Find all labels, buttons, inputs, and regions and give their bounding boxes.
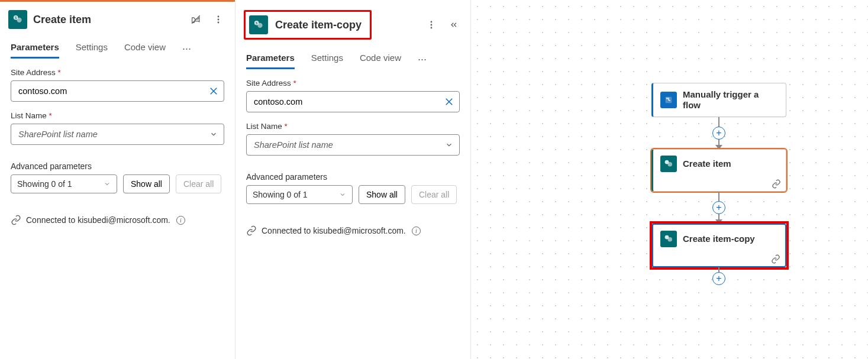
node-create-item[interactable]: Create item [651, 149, 786, 192]
site-address-label-text: Site Address [11, 68, 56, 77]
svg-point-12 [431, 21, 433, 23]
node-trigger-title: Manually trigger a flow [683, 89, 779, 111]
svg-point-24 [668, 237, 673, 242]
svg-point-21 [668, 162, 673, 167]
flow-column: Manually trigger a flow + Create item [651, 83, 786, 287]
panel1-title: Create item [33, 14, 182, 26]
show-all-button[interactable]: Show all [359, 185, 405, 204]
advanced-summary-select[interactable]: Showing 0 of 1 [246, 185, 353, 204]
advanced-label: Advanced parameters [246, 172, 460, 182]
svg-point-13 [431, 24, 433, 26]
svg-point-14 [431, 27, 433, 29]
advanced-summary-text: Showing 0 of 1 [253, 190, 308, 199]
connected-text: Connected to kisubedi@microsoft.com. [26, 215, 170, 225]
tab-parameters[interactable]: Parameters [11, 42, 59, 59]
info-icon[interactable]: i [412, 227, 421, 235]
list-name-label: List Name * [11, 111, 224, 120]
list-name-select[interactable]: SharePoint list name [246, 134, 460, 156]
site-address-input[interactable] [11, 80, 224, 102]
clear-all-button: Clear all [411, 185, 457, 204]
add-step-button[interactable]: + [712, 127, 725, 140]
right-panel: S Create item-copy Parameters Settings C… [235, 0, 471, 359]
connection-info: Connected to kisubedi@microsoft.com. i [235, 204, 470, 236]
svg-point-5 [218, 19, 220, 21]
panel2-header: S Create item-copy [235, 2, 470, 44]
site-address-label: Site Address * [246, 79, 460, 88]
tab-parameters[interactable]: Parameters [246, 53, 295, 69]
advanced-label: Advanced parameters [11, 161, 224, 171]
chevron-down-icon [101, 178, 113, 190]
advanced-summary-text: Showing 0 of 1 [17, 179, 72, 189]
clear-input-icon[interactable] [208, 85, 220, 97]
sharepoint-icon: S [249, 15, 268, 34]
tab-overflow[interactable]: ··· [182, 43, 191, 59]
clear-input-icon[interactable] [443, 96, 455, 108]
node-create-item-copy[interactable]: Create item-copy [651, 224, 786, 267]
svg-line-3 [192, 15, 200, 24]
sharepoint-icon: S [8, 10, 27, 29]
svg-point-1 [17, 18, 21, 22]
left-panel: S Create item Parameters Settings Code v… [0, 0, 235, 359]
link-icon [11, 215, 21, 225]
panel1-more-button[interactable] [210, 11, 227, 28]
panel2-form: Site Address * List Name * SharePoint li… [235, 69, 470, 204]
panel2-more-button[interactable] [423, 17, 440, 33]
advanced-summary-select[interactable]: Showing 0 of 1 [11, 174, 117, 193]
add-step-button[interactable]: + [712, 201, 725, 214]
tab-settings[interactable]: Settings [311, 53, 343, 69]
add-step-button[interactable]: + [712, 272, 725, 285]
link-icon [772, 179, 781, 189]
connected-text: Connected to kisubedi@microsoft.com. [262, 226, 406, 235]
list-name-select[interactable]: SharePoint list name [11, 124, 224, 145]
panel1-header: S Create item [0, 2, 235, 34]
sharepoint-icon [660, 156, 677, 172]
list-name-label-text: List Name [246, 122, 282, 131]
panel2-title: Create item-copy [275, 19, 362, 31]
chevron-down-icon [337, 189, 349, 200]
node-create-item-title: Create item [683, 159, 731, 169]
sharepoint-icon [660, 231, 677, 247]
trigger-icon [660, 92, 677, 108]
flow-canvas[interactable]: Manually trigger a flow + Create item [471, 0, 868, 359]
info-icon[interactable]: i [176, 216, 185, 225]
node-create-item-copy-title: Create item-copy [683, 234, 755, 244]
app-root: S Create item Parameters Settings Code v… [0, 0, 868, 359]
required-mark: * [58, 68, 61, 77]
node-trigger[interactable]: Manually trigger a flow [651, 83, 786, 117]
chevron-down-icon[interactable] [443, 139, 455, 151]
required-mark: * [49, 111, 52, 120]
panel2-tabs: Parameters Settings Code view ··· [235, 44, 470, 69]
svg-point-18 [666, 98, 668, 99]
show-all-button[interactable]: Show all [123, 174, 170, 193]
collapse-button[interactable] [446, 17, 462, 33]
svg-point-4 [218, 16, 220, 18]
tab-settings[interactable]: Settings [76, 42, 108, 59]
clear-all-button: Clear all [176, 174, 221, 193]
site-address-input[interactable] [246, 91, 460, 112]
site-address-label: Site Address * [11, 68, 224, 77]
tab-overflow[interactable]: ··· [418, 53, 427, 69]
list-name-label: List Name * [246, 122, 460, 131]
required-mark: * [293, 79, 296, 88]
panel1-tabs: Parameters Settings Code view ··· [0, 34, 235, 59]
tab-codeview[interactable]: Code view [124, 42, 166, 59]
svg-point-10 [257, 23, 262, 28]
link-icon [246, 225, 257, 236]
chevron-down-icon[interactable] [208, 128, 220, 140]
svg-point-6 [218, 22, 220, 24]
tab-codeview[interactable]: Code view [360, 53, 401, 69]
connection-info: Connected to kisubedi@microsoft.com. i [0, 193, 235, 225]
link-icon [771, 254, 780, 264]
highlight-box: S Create item-copy [244, 10, 372, 40]
panel1-form: Site Address * List Name * SharePoint li… [0, 59, 235, 193]
unpin-button[interactable] [188, 11, 204, 28]
list-name-label-text: List Name [11, 111, 47, 120]
required-mark: * [285, 122, 288, 131]
site-address-label-text: Site Address [246, 79, 291, 88]
